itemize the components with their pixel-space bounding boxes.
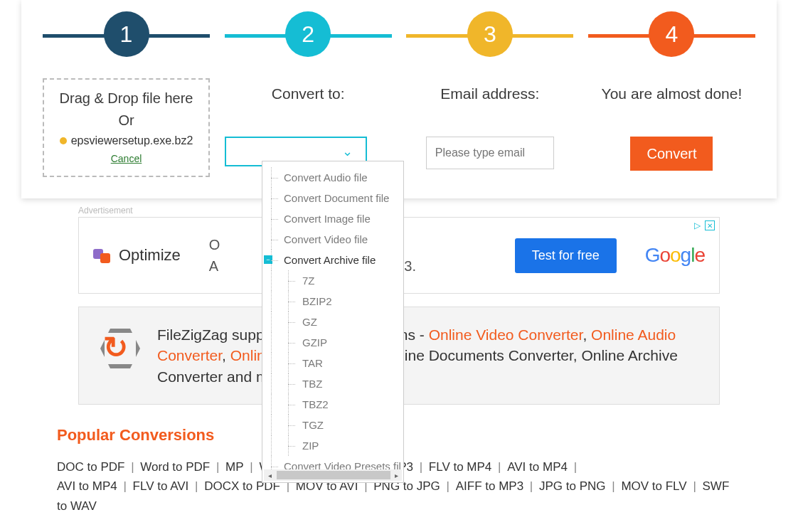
conversion-link[interactable]: AIFF to MP3	[456, 479, 523, 493]
optimize-logo: Optimize	[93, 246, 181, 265]
tree-option-zip[interactable]: ZIP	[262, 435, 403, 456]
tree-option-7z[interactable]: 7Z	[262, 270, 403, 291]
conversion-link[interactable]: MOV to FLV	[621, 479, 686, 493]
ad-choices[interactable]: ▷ ✕	[694, 220, 715, 230]
conversion-link[interactable]: MP	[225, 460, 244, 474]
separator: |	[606, 479, 622, 493]
step-1: 1 Drag & Drop file here Or epsviewersetu…	[43, 0, 210, 177]
cancel-link[interactable]: Cancel	[111, 153, 142, 164]
separator: |	[210, 460, 225, 474]
tree-option-tgz[interactable]: TGZ	[262, 415, 403, 435]
drop-text-1: Drag & Drop file here	[48, 90, 205, 107]
uploaded-file-row: epsviewersetup.exe.bz2	[48, 134, 205, 147]
separator: |	[124, 460, 140, 474]
separator: |	[117, 479, 133, 493]
separator: |	[491, 460, 507, 474]
conversion-link[interactable]: AVI to MP4	[57, 479, 117, 493]
tree-hscrollbar[interactable]: ◂ ▸	[264, 469, 402, 481]
tree-option-tar[interactable]: TAR	[262, 353, 403, 373]
step-4: 4 You are almost done! Convert	[588, 0, 755, 177]
step-circle-1: 1	[104, 11, 149, 57]
link-online[interactable]: Onlin	[230, 347, 265, 363]
step-circle-4: 4	[649, 11, 694, 57]
tree-node-image[interactable]: Convert Image file	[262, 208, 403, 229]
supports-text: FileZigZag supp sions - Online Video Con…	[157, 324, 698, 387]
tree-option-tbz2[interactable]: TBZ2	[262, 394, 403, 415]
convert-to-heading: Convert to:	[225, 85, 392, 102]
conversion-link[interactable]: Word to PDF	[140, 460, 210, 474]
step-3: 3 Email address:	[406, 0, 573, 177]
separator: |	[188, 479, 204, 493]
tree-node-audio[interactable]: Convert Audio file	[262, 167, 403, 188]
drop-text-2: Or	[48, 112, 205, 129]
test-for-free-button[interactable]: Test for free	[515, 238, 617, 273]
scroll-right-icon[interactable]: ▸	[390, 469, 402, 481]
uploaded-file-name: epsviewersetup.exe.bz2	[71, 134, 193, 147]
tree-node-video[interactable]: Convert Video file	[262, 229, 403, 250]
tree-node-archive-label: Convert Archive file	[284, 254, 376, 266]
almost-done-heading: You are almost done!	[588, 85, 755, 102]
filezigzag-icon: ↻	[100, 329, 140, 368]
separator: |	[413, 460, 429, 474]
conversion-link[interactable]: JPG to PNG	[539, 479, 606, 493]
separator: |	[523, 479, 539, 493]
step-2: 2 Convert to: ⌄	[225, 0, 392, 177]
email-heading: Email address:	[406, 85, 573, 102]
scroll-thumb[interactable]	[277, 471, 390, 479]
optimize-text: Optimize	[119, 246, 181, 265]
format-tree-popup: Convert Audio file Convert Document file…	[262, 161, 404, 483]
conversion-link[interactable]: AVI to MP4	[507, 460, 568, 474]
tree-option-tbz[interactable]: TBZ	[262, 373, 403, 394]
step-circle-3: 3	[467, 11, 513, 57]
conversion-link[interactable]: FLV to AVI	[133, 479, 189, 493]
conversion-link[interactable]: DOC to PDF	[57, 460, 124, 474]
link-video-converter[interactable]: Online Video Converter	[429, 326, 583, 343]
chevron-down-icon: ⌄	[342, 144, 353, 159]
tree-option-gz[interactable]: GZ	[262, 312, 403, 332]
tree-option-bzip2[interactable]: BZIP2	[262, 291, 403, 312]
google-logo: Google	[645, 244, 705, 267]
conversion-link[interactable]: FLV to MP4	[429, 460, 492, 474]
separator: |	[244, 460, 260, 474]
advertisement-label: Advertisement	[78, 206, 798, 216]
separator: |	[440, 479, 456, 493]
tree-node-archive[interactable]: − Convert Archive file	[262, 250, 403, 270]
scroll-left-icon[interactable]: ◂	[264, 469, 275, 481]
converter-card: 1 Drag & Drop file here Or epsviewersetu…	[21, 0, 777, 198]
separator: |	[687, 479, 703, 493]
tree-option-gzip[interactable]: GZIP	[262, 332, 403, 353]
file-status-dot-icon	[60, 137, 67, 144]
email-field[interactable]	[426, 137, 554, 169]
tree-collapse-icon[interactable]: −	[264, 255, 272, 264]
optimize-icon	[93, 246, 112, 265]
dropzone[interactable]: Drag & Drop file here Or epsviewersetup.…	[43, 78, 210, 177]
ad-close-icon[interactable]: ✕	[705, 220, 715, 230]
tree-node-document[interactable]: Convert Document file	[262, 188, 403, 208]
convert-button[interactable]: Convert	[630, 137, 713, 171]
adchoices-icon[interactable]: ▷	[694, 220, 701, 230]
steps-row: 1 Drag & Drop file here Or epsviewersetu…	[43, 0, 755, 177]
separator: |	[568, 460, 580, 474]
step-circle-2: 2	[285, 11, 331, 57]
